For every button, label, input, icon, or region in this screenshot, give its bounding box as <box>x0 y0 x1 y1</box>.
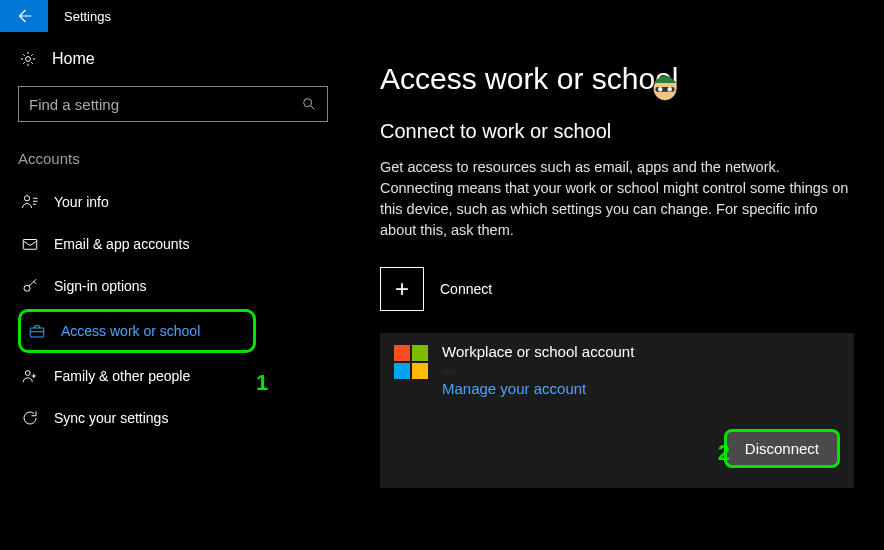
sidebar-item-your-info[interactable]: Your info <box>18 183 256 221</box>
svg-point-10 <box>668 87 672 91</box>
account-identity-blurred: — <box>442 362 634 378</box>
nav-label: Your info <box>54 194 109 210</box>
svg-point-0 <box>26 57 31 62</box>
nav-label: Access work or school <box>61 323 200 339</box>
microsoft-logo-icon <box>394 345 428 379</box>
search-icon <box>301 96 317 112</box>
section-label: Accounts <box>18 150 340 167</box>
mascot-icon <box>646 66 684 104</box>
key-icon <box>20 277 40 295</box>
back-button[interactable] <box>0 0 48 32</box>
description: Get access to resources such as email, a… <box>380 157 850 241</box>
arrow-left-icon <box>15 7 33 25</box>
nav-label: Family & other people <box>54 368 190 384</box>
nav-label: Email & app accounts <box>54 236 189 252</box>
titlebar: Settings <box>0 0 884 32</box>
home-label: Home <box>52 50 95 68</box>
home-link[interactable]: Home <box>18 50 340 68</box>
sub-title: Connect to work or school <box>380 120 854 143</box>
main-panel: Access work or school Connect to work or… <box>340 32 884 550</box>
sidebar-item-access-work-school[interactable]: Access work or school <box>18 309 256 353</box>
svg-rect-3 <box>23 240 37 250</box>
svg-point-6 <box>25 371 30 376</box>
sidebar: Home Find a setting Accounts Your info E… <box>0 32 340 550</box>
svg-point-1 <box>304 99 312 107</box>
connect-label: Connect <box>440 281 492 297</box>
people-icon <box>20 367 40 385</box>
briefcase-icon <box>27 322 47 340</box>
gear-icon <box>18 50 38 68</box>
sidebar-item-family[interactable]: Family & other people <box>18 357 256 395</box>
mail-icon <box>20 235 40 253</box>
svg-point-4 <box>24 285 30 291</box>
nav-label: Sign-in options <box>54 278 147 294</box>
annotation-2: 2 <box>718 440 730 466</box>
sync-icon <box>20 409 40 427</box>
account-title: Workplace or school account <box>442 343 634 360</box>
sidebar-item-email-accounts[interactable]: Email & app accounts <box>18 225 256 263</box>
search-input[interactable]: Find a setting <box>18 86 328 122</box>
annotation-1: 1 <box>256 370 268 396</box>
person-icon <box>20 193 40 211</box>
account-card[interactable]: Workplace or school account — Manage you… <box>380 333 854 488</box>
sidebar-item-sync[interactable]: Sync your settings <box>18 399 256 437</box>
disconnect-button[interactable]: Disconnect <box>724 429 840 468</box>
connect-button[interactable]: + Connect <box>380 267 854 311</box>
svg-point-9 <box>658 87 662 91</box>
window-title: Settings <box>64 9 111 24</box>
plus-icon: + <box>380 267 424 311</box>
manage-account-link[interactable]: Manage your account <box>442 380 634 397</box>
svg-rect-5 <box>30 328 44 337</box>
svg-point-2 <box>24 196 29 201</box>
sidebar-item-signin-options[interactable]: Sign-in options <box>18 267 256 305</box>
search-placeholder: Find a setting <box>29 96 119 113</box>
page-title: Access work or school <box>380 62 854 96</box>
nav-label: Sync your settings <box>54 410 168 426</box>
